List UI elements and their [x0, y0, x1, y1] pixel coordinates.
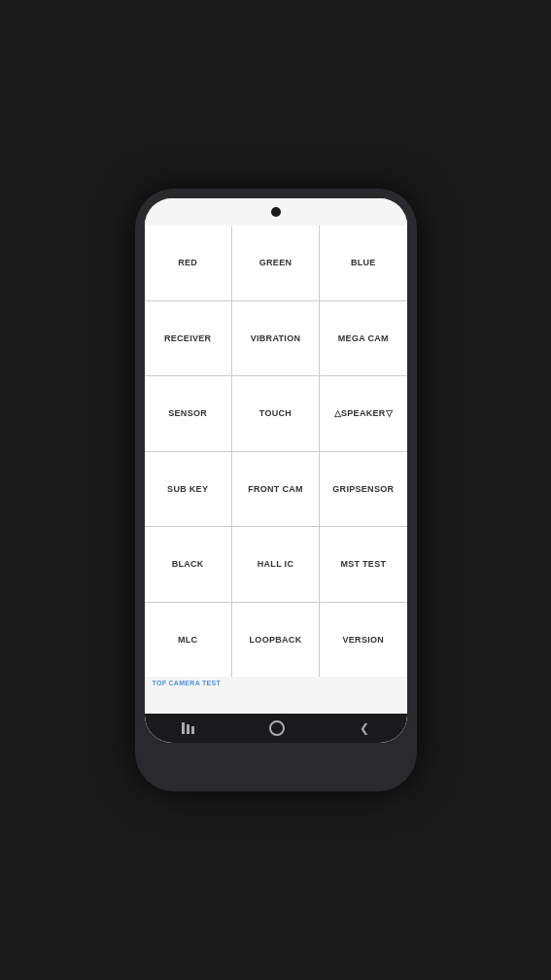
- grid-item-receiver[interactable]: RECEIVER: [145, 301, 231, 376]
- grid-item-blue[interactable]: BLUE: [320, 226, 406, 300]
- bottom-row: TOF CAMERA TEST: [145, 677, 407, 714]
- grid-item-mega-cam[interactable]: MEGA CAM: [320, 301, 406, 376]
- grid-item-front-cam[interactable]: FRONT CAM: [232, 452, 319, 527]
- test-grid: REDGREENBLUERECEIVERVIBRATIONMEGA CAMSEN…: [145, 226, 407, 677]
- grid-item-red[interactable]: RED: [145, 226, 231, 300]
- grid-item-sensor[interactable]: SENSOR: [145, 376, 231, 451]
- navigation-bar: [145, 714, 407, 743]
- grid-item-loopback[interactable]: LOOPBACK: [232, 603, 319, 678]
- grid-item-green[interactable]: GREEN: [232, 226, 319, 300]
- recents-button[interactable]: [182, 722, 195, 734]
- grid-item-hall-ic[interactable]: HALL IC: [232, 527, 319, 602]
- grid-item-touch[interactable]: TOUCH: [232, 376, 319, 451]
- grid-item-gripsensor[interactable]: GRIPSENSOR: [320, 452, 406, 527]
- svg-rect-1: [187, 724, 189, 734]
- back-button[interactable]: [360, 721, 369, 735]
- front-camera-dot: [271, 207, 281, 217]
- grid-item-sub-key[interactable]: SUB KEY: [145, 452, 231, 527]
- grid-item-version[interactable]: VERSION: [320, 603, 406, 678]
- grid-item-speaker[interactable]: △SPEAKER▽: [320, 376, 406, 451]
- grid-item-mlc[interactable]: MLC: [145, 603, 231, 678]
- grid-item-mst-test[interactable]: MST TEST: [320, 527, 406, 602]
- phone-body: REDGREENBLUERECEIVERVIBRATIONMEGA CAMSEN…: [135, 189, 417, 791]
- tof-camera-label[interactable]: TOF CAMERA TEST: [145, 677, 407, 686]
- phone-screen: REDGREENBLUERECEIVERVIBRATIONMEGA CAMSEN…: [145, 198, 407, 743]
- svg-rect-0: [182, 722, 185, 734]
- notch-area: [145, 198, 407, 226]
- grid-item-black[interactable]: BLACK: [145, 527, 231, 602]
- svg-rect-2: [191, 726, 194, 734]
- home-button[interactable]: [269, 720, 285, 736]
- grid-item-vibration[interactable]: VIBRATION: [232, 301, 319, 376]
